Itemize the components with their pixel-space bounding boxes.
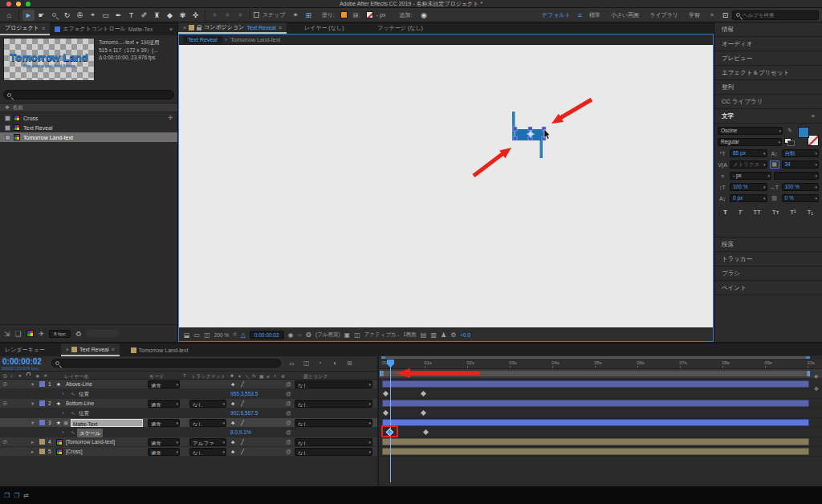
pickwhip-icon[interactable]: @ (286, 428, 291, 437)
tab-effect-controls[interactable]: エフェクトコントロール Matte-Tex (50, 22, 157, 35)
font-style-dropdown[interactable]: Regular (718, 138, 782, 146)
layer-row-tomorrow-land-text[interactable]: ☉ ▸ 4 [Tomorrow Land-text] 通常 アルファ ♣ ╱ @… (0, 437, 377, 447)
trash-icon[interactable]: ♻ (75, 330, 82, 338)
layer-name[interactable]: [Tomorrow Land-text] (66, 437, 115, 446)
property-row-position-2[interactable]: ◔ ∿ 位置 902.6,567.5 @ (0, 408, 377, 418)
eyedropper-icon[interactable]: ✎ (785, 128, 795, 134)
puppet-pin-tool-icon[interactable]: ✜ (189, 10, 201, 21)
parent-dropdown[interactable]: なし (295, 438, 372, 446)
fill-stroke-swatches[interactable] (798, 127, 819, 146)
frame-blending-icon[interactable]: ◑ (332, 360, 336, 367)
motion-blur-icon[interactable]: ⊞ (347, 360, 352, 367)
faux-italic-button[interactable]: T (739, 209, 743, 216)
clone-stamp-tool-icon[interactable]: ♜ (151, 10, 163, 21)
tab-project[interactable]: プロジェクト ≡ (0, 22, 50, 35)
all-caps-button[interactable]: TT (753, 209, 761, 216)
panel-align[interactable]: 整列 (714, 80, 822, 95)
track-cross[interactable] (379, 447, 822, 457)
parent-dropdown[interactable]: なし (295, 400, 372, 408)
label-swatch[interactable] (39, 449, 45, 454)
breadcrumb-current[interactable]: Text Reveal (183, 36, 222, 43)
track-scale[interactable] (379, 428, 822, 437)
property-name[interactable]: 位置 (79, 389, 89, 398)
playhead-line[interactable] (390, 360, 391, 482)
pen-tool-icon[interactable]: ✒ (112, 10, 124, 21)
pickwhip-icon[interactable]: @ (286, 418, 291, 427)
screen-icon[interactable]: ▭ (194, 331, 201, 339)
stroke-swatch[interactable] (808, 135, 819, 146)
property-row-scale[interactable]: ◔ ∿ スケール 8.0,9.1% @ (0, 428, 377, 437)
twirl-open-icon[interactable]: ▾ (31, 399, 34, 408)
panel-menu-icon[interactable]: ≡ (279, 25, 282, 30)
layer-bar-selected[interactable] (382, 419, 809, 426)
property-value[interactable]: 902.6,567.5 (230, 408, 258, 417)
layer-name[interactable]: [Cross] (66, 447, 83, 456)
composition-mini-flowchart-icon[interactable]: ⚏ (289, 360, 295, 367)
work-area-end-handle[interactable] (808, 371, 810, 376)
layer-row-above-line[interactable]: ☉ ▾ 1 ★ Above-Line 通常 ♣ ╱ @ なし (0, 380, 377, 389)
flowchart-icon[interactable]: ⚙ (450, 331, 456, 339)
leading-dropdown[interactable]: 自動 (782, 149, 820, 157)
parent-dropdown[interactable]: なし (295, 448, 372, 456)
add-dot-icon[interactable]: ◉ (417, 10, 429, 21)
comp-marker-bin-icon[interactable]: ◈ (814, 373, 818, 380)
help-search-input[interactable] (743, 12, 815, 18)
camera-tool-icon[interactable]: ✇ (74, 10, 86, 21)
interpret-footage-icon[interactable]: ⇲ (4, 330, 10, 338)
camera-dropdown[interactable]: アクティブカ.. (364, 331, 400, 339)
breadcrumb-parent[interactable]: Tomorrow Land-text (230, 37, 280, 43)
solo-column-icon[interactable]: ● (18, 373, 22, 378)
mode-dropdown[interactable]: 通常 (148, 400, 180, 408)
fast-previews-icon[interactable]: ▥ (430, 331, 437, 339)
shy-layers-icon[interactable]: ◔ (318, 360, 322, 367)
new-folder-icon[interactable]: ❏ (15, 330, 22, 338)
keyframe-diamond[interactable] (383, 391, 389, 396)
timeline-button-icon[interactable]: ♟ (441, 331, 446, 339)
track-position-1[interactable] (379, 389, 822, 399)
label-column-icon[interactable]: ❖ (35, 373, 39, 379)
panel-overflow-icon[interactable]: » (165, 22, 177, 35)
baseline-shift-dropdown[interactable]: 0 px (730, 194, 767, 202)
twirl-closed-icon[interactable]: ▸ (31, 447, 34, 456)
collapse-switch-icon[interactable]: ♣ (231, 380, 234, 388)
current-time-button[interactable]: 0:00:00:02 (250, 331, 284, 339)
collapse-switch-icon[interactable]: ♣ (231, 447, 234, 456)
pickwhip-icon[interactable]: @ (286, 447, 291, 456)
video-column-icon[interactable]: ☉ (2, 373, 7, 380)
parent-dropdown[interactable]: なし (295, 380, 372, 388)
collapse-switch-icon[interactable]: ♣ (231, 437, 234, 446)
tab-render-queue[interactable]: レンダーキュー (0, 343, 50, 356)
bw-swatches-icon[interactable] (784, 138, 795, 146)
zoom-window-button[interactable] (26, 2, 31, 6)
pan-behind-tool-icon[interactable]: ⌖ (87, 10, 99, 21)
grid-guides-icon[interactable]: ⌗ (233, 331, 237, 339)
track-matte-dropdown[interactable]: なし (189, 419, 226, 427)
pickwhip-icon[interactable]: @ (286, 399, 291, 408)
scrollbar-right-cap[interactable] (806, 356, 810, 359)
panel-effects-presets[interactable]: エフェクト＆プリセット (714, 66, 822, 80)
new-composition-icon[interactable] (26, 330, 34, 337)
horizontal-scale-dropdown[interactable]: 100 % (782, 183, 820, 191)
timeline-search[interactable] (51, 359, 281, 368)
mode-dropdown[interactable]: 通常 (148, 448, 180, 456)
brush-tool-icon[interactable]: ✐ (138, 10, 150, 21)
tab-layer[interactable]: レイヤー (なし) (299, 22, 348, 34)
expand-transfer-controls-icon[interactable]: ❐ (14, 492, 19, 499)
track-bottom-line[interactable] (379, 399, 822, 408)
expand-in-out-icon[interactable]: ⇄ (23, 492, 29, 499)
panel-menu-icon[interactable]: ≡ (112, 347, 115, 352)
roto-brush-tool-icon[interactable]: ✾ (177, 10, 189, 21)
layer-name-edit-field[interactable]: Matte-Text (71, 419, 143, 427)
panel-character[interactable]: 文字 ≡ (714, 109, 822, 124)
panel-brushes[interactable]: ブラシ (714, 266, 822, 281)
track-matte-dropdown[interactable]: アルファ (189, 438, 226, 446)
layer-row-matte-text[interactable]: ▾ 3 ★ ▣ Matte-Text 通常 なし ♣ ╱ @ なし (0, 418, 377, 428)
tracking-dropdown[interactable]: 34 (782, 161, 820, 169)
close-window-button[interactable] (6, 2, 11, 6)
stroke-style-dropdown[interactable] (774, 172, 819, 180)
snap-grid-icon[interactable]: ⊞ (303, 10, 315, 21)
pixel-aspect-icon[interactable]: ▤ (421, 331, 427, 339)
mode-dropdown[interactable]: 通常 (148, 438, 180, 446)
close-tab-icon[interactable]: × (183, 25, 186, 30)
font-family-dropdown[interactable]: Oscine (718, 127, 783, 135)
